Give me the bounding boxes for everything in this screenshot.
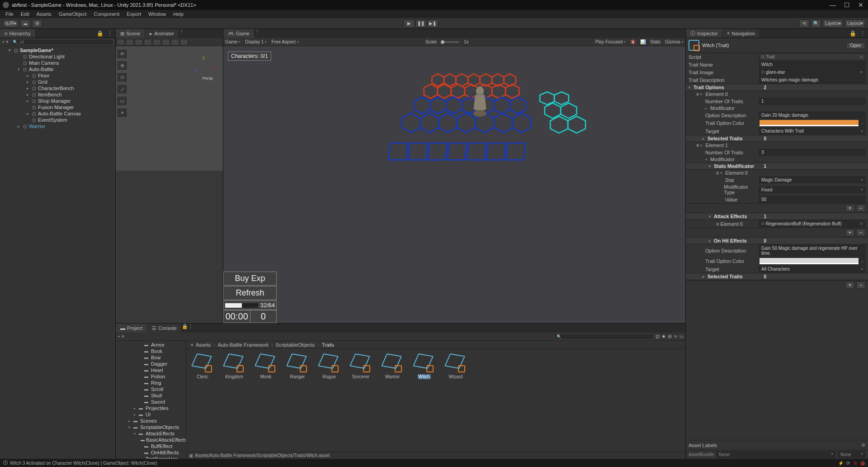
el0-target-dropdown[interactable]: Characters With Trait <box>759 128 865 134</box>
trait-name-field[interactable]: Witch <box>759 61 865 68</box>
project-hidden-icon[interactable]: ⊘ <box>668 334 672 339</box>
stats-add-button[interactable]: + <box>845 205 854 212</box>
account-button[interactable]: ⊘ JR ▾ <box>3 19 19 28</box>
project-folder[interactable]: ▬Sword <box>116 399 186 405</box>
game-view[interactable]: Characters: 0/1 <box>223 46 685 323</box>
asset-item[interactable]: Sorcerer <box>349 353 373 379</box>
project-folder[interactable]: ▸▬Projectiles <box>116 405 186 411</box>
project-create-button[interactable]: + ▾ <box>118 334 124 339</box>
console-tab[interactable]: ☰ Console <box>147 324 181 333</box>
pivot-button[interactable] <box>117 39 125 45</box>
refresh-button[interactable]: Refresh <box>223 286 277 300</box>
project-filter-icon[interactable]: ⊡ <box>656 334 660 339</box>
el0-num-traits[interactable]: 1 <box>759 98 865 105</box>
mute-icon[interactable]: 🔇 <box>630 39 636 44</box>
project-folder[interactable]: ▸▬TestSceneHex <box>116 456 186 459</box>
status-debug-icon[interactable]: 🐞 <box>860 460 865 466</box>
scene-tab[interactable]: ⊞ Scene <box>116 29 145 38</box>
scale-tool-icon[interactable]: ⤢ <box>117 84 127 94</box>
attack-effect-field[interactable]: RegenerationBuff (Regeneration Buff) <box>759 220 865 227</box>
project-folder-tree[interactable]: ▬Armor▬Book▬Bow▬Dagger▬Heart▬Potion▬Ring… <box>116 341 186 459</box>
audio-button[interactable] <box>153 39 161 45</box>
pause-button[interactable]: ❚❚ <box>415 19 426 28</box>
menu-window[interactable]: Window <box>145 11 170 17</box>
breadcrumb-back-icon[interactable]: ◂ <box>189 342 194 348</box>
lighting-button[interactable] <box>144 39 152 45</box>
project-folder[interactable]: ▾▬ScriptableObjects <box>116 424 186 430</box>
inspector-tab[interactable]: ⓘ Inspector <box>686 29 722 38</box>
project-search[interactable]: 🔍 <box>554 334 654 340</box>
status-warn-icon[interactable]: ⚡ <box>838 460 844 466</box>
trait-options-count[interactable]: 2 <box>759 85 768 90</box>
display-dropdown[interactable]: Display 1 <box>245 39 267 44</box>
el1-option-description[interactable]: Gain 50 Magic damage and regenerate HP o… <box>759 245 865 257</box>
project-breadcrumb[interactable]: ◂ Assets› Auto-Battle Framework› Scripta… <box>186 341 685 349</box>
options-remove-button[interactable]: − <box>856 281 865 289</box>
hierarchy-item[interactable]: ⊡Fusion Manager <box>0 104 115 110</box>
status-error-icon[interactable]: ⊘ <box>853 460 858 466</box>
project-folder[interactable]: ▸▬Scenes <box>116 418 186 424</box>
view-tool-icon[interactable]: 👁 <box>117 49 127 59</box>
fx-button[interactable] <box>162 39 170 45</box>
asset-item[interactable]: Ranger <box>286 353 309 379</box>
menu-gameobject[interactable]: GameObject <box>55 11 90 17</box>
project-lock-icon[interactable]: 🔒 <box>182 324 188 329</box>
project-folder[interactable]: ▬BasicAttackEffects <box>116 437 186 443</box>
hierarchy-item[interactable]: ▸⊡ItemBench <box>0 91 115 98</box>
asset-item[interactable]: Monk <box>254 353 278 379</box>
aspect-dropdown[interactable]: Free Aspect <box>271 39 298 44</box>
trait-image-field[interactable]: glare-star <box>759 69 865 76</box>
hierarchy-item[interactable]: ▸⊡Warrior <box>0 123 115 129</box>
game-tab[interactable]: 🎮 Game <box>223 29 255 38</box>
stats-toggle[interactable]: 📊 <box>640 39 646 44</box>
menu-component[interactable]: Component <box>90 11 123 17</box>
rect-tool-icon[interactable]: ▭ <box>117 96 127 106</box>
trait-description-field[interactable]: Witches gain magic damage. <box>759 76 865 83</box>
menu-help[interactable]: Help <box>170 11 187 17</box>
move-tool-icon[interactable]: ✥ <box>117 61 127 71</box>
project-folder[interactable]: ▬Armor <box>116 342 186 348</box>
hierarchy-item[interactable]: ▸⊡Auto-Battle Canvas <box>0 110 115 117</box>
close-icon[interactable]: ✕ <box>858 1 863 9</box>
stats-remove-button[interactable]: − <box>856 205 865 212</box>
rotate-tool-icon[interactable]: ⟳ <box>117 72 127 82</box>
hierarchy-item[interactable]: ▸⊡CharacterBench <box>0 85 115 91</box>
buy-exp-button[interactable]: Buy Exp <box>223 272 277 286</box>
project-menu-icon[interactable]: ⋮ <box>188 324 193 329</box>
options-add-button[interactable]: + <box>845 281 854 289</box>
menu-file[interactable]: File <box>2 11 17 17</box>
gizmos-dropdown[interactable]: Gizmos <box>665 39 684 44</box>
hierarchy-item[interactable]: ▾⬡SampleGame* <box>0 47 115 53</box>
asset-item[interactable]: Cleric <box>191 353 214 379</box>
minimize-icon[interactable]: — <box>830 1 836 9</box>
menu-edit[interactable]: Edit <box>17 11 33 17</box>
el0-option-description[interactable]: Gain 20 Magic damage. <box>759 112 865 119</box>
stat-dropdown[interactable]: Magic Damage <box>759 176 865 183</box>
status-refresh-icon[interactable]: ⟳ <box>845 460 851 466</box>
2d-button[interactable] <box>135 39 143 45</box>
project-folder[interactable]: ▬Heart <box>116 367 186 373</box>
shading-button[interactable] <box>126 39 134 45</box>
search-button[interactable]: 🔍 <box>811 19 821 28</box>
asset-item[interactable]: Rogue <box>317 353 341 379</box>
el0-color-field[interactable] <box>759 119 865 127</box>
asset-labels-tag-icon[interactable]: ⊕ <box>861 442 865 448</box>
project-tab[interactable]: ▬ Project <box>116 324 147 333</box>
value-field[interactable]: 50 <box>759 196 865 203</box>
scene-menu-icon[interactable]: ⋮ <box>179 29 184 34</box>
play-button[interactable]: ▶ <box>404 19 415 28</box>
asset-item[interactable]: Warrior <box>381 353 404 379</box>
project-fav-icon[interactable]: ★ <box>661 334 666 339</box>
project-folder[interactable]: ▾▬AttackEffects <box>116 430 186 437</box>
gizmo-button[interactable] <box>171 39 179 45</box>
animator-tab[interactable]: ▸ Animator <box>145 29 179 38</box>
attackfx-remove-button[interactable]: − <box>856 229 865 236</box>
scene-gizmo[interactable]: y x z <box>192 55 215 78</box>
hierarchy-item[interactable]: ▾⊡Auto-Battle <box>0 66 115 72</box>
menu-export[interactable]: Export <box>123 11 145 17</box>
game-menu-icon[interactable]: ⋮ <box>255 29 259 34</box>
assetbundle-name-dropdown[interactable]: None <box>717 451 835 458</box>
assetbundle-variant-dropdown[interactable]: None <box>838 451 865 458</box>
inspector-lock-icon[interactable]: 🔒 <box>849 30 856 37</box>
open-button[interactable]: Open <box>846 42 865 49</box>
